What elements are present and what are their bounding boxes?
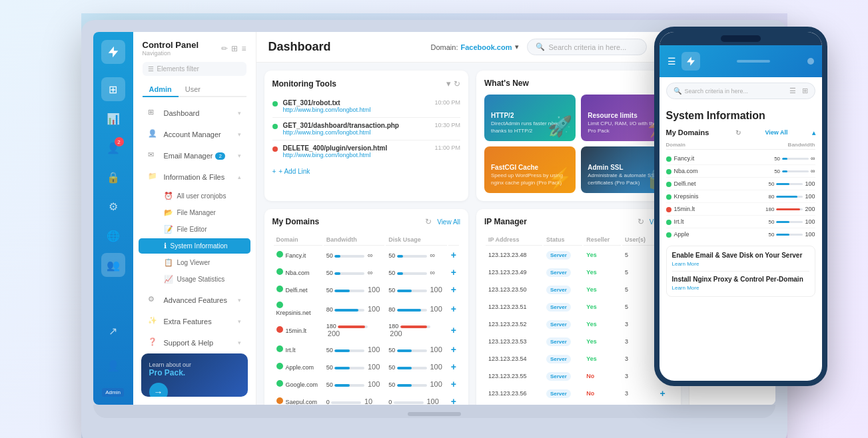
sidebar-icon-logout[interactable]: ↗: [101, 319, 125, 343]
domains-refresh-icon[interactable]: ↻: [425, 217, 432, 226]
ip-users-cell: 3: [622, 368, 656, 384]
monitoring-time: 10:30 PM: [434, 122, 460, 128]
sidebar-icon-security[interactable]: 🔒: [101, 165, 125, 189]
phone-chevron-up-icon[interactable]: ▴: [812, 129, 815, 136]
nav-extra[interactable]: ✨ Extra Features ▾: [139, 312, 250, 331]
phone-logo[interactable]: [681, 52, 700, 71]
dashboard-grid: Monitoring Tools ▾ ↻ GET_301/robot.txt h…: [256, 63, 689, 405]
add-row-icon[interactable]: +: [451, 379, 456, 389]
ip-status-badge: Server: [546, 251, 571, 260]
phone-bandwidth-cell: 80 100: [741, 193, 815, 200]
tab-admin[interactable]: Admin: [143, 83, 179, 97]
ip-manager-title: IP Manager: [484, 217, 635, 226]
ip-address-cell: 123.123.23.49: [486, 264, 542, 280]
add-link-label: + Add Link: [278, 168, 310, 175]
add-row-icon[interactable]: +: [451, 396, 456, 405]
add-row-icon[interactable]: +: [451, 344, 456, 355]
monitoring-url[interactable]: http://www.bing.com/longbot.html: [283, 107, 435, 113]
sidebar-icon-settings[interactable]: ⚙: [101, 194, 125, 218]
filter-bar[interactable]: ☰ Elements filter: [143, 62, 246, 76]
phone-learn-more-2[interactable]: Learn More: [672, 285, 809, 291]
nav-arrow: ▾: [238, 339, 241, 346]
add-row-icon[interactable]: +: [451, 325, 456, 335]
action-cell[interactable]: +: [448, 393, 459, 405]
phone-bw-value: 50: [774, 156, 780, 162]
add-row-icon[interactable]: +: [451, 304, 456, 314]
list-icon[interactable]: ≡: [241, 44, 246, 53]
sidebar-icon-users[interactable]: 👤2: [101, 136, 125, 160]
phone-expand-icon[interactable]: ⊞: [802, 87, 808, 95]
sidebar-icon-profile[interactable]: 👤: [101, 353, 125, 377]
sidebar-logo[interactable]: [101, 40, 125, 64]
monitoring-url[interactable]: http://www.bing.com/longbot.html: [283, 152, 435, 158]
disk-progress-fill: [397, 255, 403, 258]
phone-learn-more-1[interactable]: Learn More: [672, 261, 809, 267]
phone-refresh-icon[interactable]: ↻: [735, 129, 741, 136]
ip-refresh-icon[interactable]: ↻: [638, 217, 644, 226]
sub-cronjobs[interactable]: ⏰All user cronjobs: [139, 188, 250, 204]
domain-select[interactable]: Domain: Facebook.com ▾: [431, 43, 519, 51]
action-cell[interactable]: +: [448, 264, 459, 280]
phone-bandwidth-cell: 50 100: [741, 231, 815, 238]
add-row-icon[interactable]: +: [451, 284, 456, 295]
grid-icon[interactable]: ⊞: [231, 44, 238, 53]
sub-system-info[interactable]: ℹSystem Information: [139, 238, 250, 254]
ip-status-badge: Server: [546, 286, 571, 294]
action-cell[interactable]: +: [448, 247, 459, 263]
tab-user[interactable]: User: [179, 83, 207, 96]
nav-advanced[interactable]: ⚙ Advanced Features ▾: [139, 290, 250, 310]
news-card[interactable]: ⚡ FastCGI Cache Speed up WordPress by us…: [484, 146, 576, 193]
domains-view-all[interactable]: View All: [437, 218, 460, 226]
ip-table-body: 123.123.23.48 Server Yes 5 + 123.123.23.…: [486, 247, 671, 401]
phone-search-bar[interactable]: 🔍 Search criteria in here... ☰ ⊞: [666, 83, 815, 99]
nav-account-manager[interactable]: 👤 Account Manager ▾: [139, 124, 250, 144]
action-cell[interactable]: +: [448, 320, 459, 340]
domain-status-dot: [276, 268, 283, 275]
table-row: Apple.com 50 100 50 100 +: [274, 359, 460, 375]
edit-icon[interactable]: ✏: [221, 44, 228, 53]
editor-icon: 📝: [164, 225, 173, 234]
add-row-icon[interactable]: +: [660, 388, 665, 399]
bw-progress-bar: [334, 367, 364, 369]
sidebar-icon-admin[interactable]: 👥: [101, 253, 125, 277]
add-link-button[interactable]: + + Add Link: [272, 168, 461, 175]
news-card[interactable]: 🚀 HTTP/2 DirectAdmin runs faster now, th…: [484, 95, 576, 141]
add-row-icon[interactable]: +: [451, 250, 456, 260]
sidebar-icon-globe[interactable]: 🌐: [101, 224, 125, 248]
action-cell[interactable]: +: [448, 282, 459, 298]
nav-dashboard[interactable]: ⊞ Dashboard ▾: [139, 103, 250, 123]
phone-menu-icon[interactable]: ☰: [667, 56, 676, 67]
sub-file-manager[interactable]: 📂File Manager: [139, 205, 250, 220]
nav-info-files[interactable]: 📁 Information & Files ▴: [139, 167, 250, 187]
sidebar-icon-dashboard[interactable]: ⊞: [101, 77, 125, 101]
table-row: 123.123.23.55 Server No 3 +: [486, 368, 671, 384]
phone-logo-icon: [685, 55, 697, 67]
add-row-icon[interactable]: +: [451, 361, 456, 372]
action-cell[interactable]: +: [448, 299, 459, 319]
ip-users-cell: 3: [622, 316, 656, 332]
promo-arrow-button[interactable]: →: [149, 383, 168, 397]
phone-bandwidth-cell: 50 ∞: [741, 155, 815, 162]
action-cell[interactable]: +: [448, 376, 459, 392]
phone-filter-icon[interactable]: ☰: [789, 87, 796, 95]
nav-support[interactable]: ❓ Support & Help ▾: [139, 333, 250, 353]
add-row-icon[interactable]: +: [451, 267, 456, 278]
search-bar[interactable]: 🔍 Search criteria in here...: [527, 39, 647, 55]
phone-col-bandwidth: Bandwidth: [741, 142, 815, 148]
monitoring-items-list: GET_301/robot.txt http://www.bing.com/lo…: [272, 95, 461, 162]
nav-email-manager[interactable]: ✉ Email Manager 2 ▾: [139, 146, 250, 166]
monitoring-refresh-icon[interactable]: ↻: [454, 79, 460, 89]
monitoring-dropdown-icon[interactable]: ▾: [446, 79, 451, 89]
action-cell[interactable]: +: [448, 359, 459, 375]
sub-log-viewer[interactable]: 📋Log Viewer: [139, 255, 250, 270]
table-row: 123.123.23.51 Server Yes 5 +: [486, 299, 671, 315]
action-cell[interactable]: +: [448, 341, 459, 357]
monitoring-url[interactable]: http://www.bing.com/longbot.html: [283, 129, 435, 136]
phone-view-all[interactable]: View All: [765, 129, 787, 136]
phone-tip-2-title: Install Nginx Proxy & Control Per-Domain: [672, 276, 809, 283]
action-cell[interactable]: +: [657, 385, 671, 401]
phone-overlay: ☰ 🔍 Search criteria in here... ☰ ⊞ Syste…: [654, 27, 827, 386]
sub-usage-stats[interactable]: 📈Usage Statistics: [139, 272, 250, 287]
sub-file-editor[interactable]: 📝File Editor: [139, 222, 250, 237]
sidebar-icon-analytics[interactable]: 📊: [101, 107, 125, 130]
